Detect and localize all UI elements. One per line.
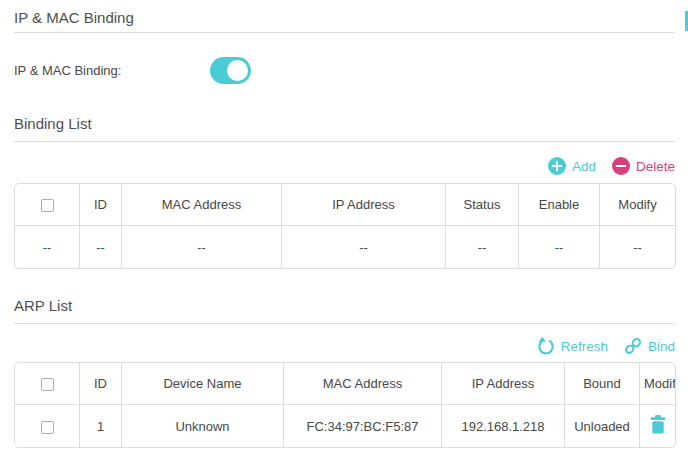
delete-label: Delete: [636, 159, 675, 174]
cell-id: 1: [79, 405, 121, 447]
row-checkbox[interactable]: [41, 421, 54, 434]
cell-ip-address: 192.168.1.218: [441, 405, 564, 447]
add-label: Add: [572, 159, 596, 174]
header-checkbox-cell: [15, 363, 79, 405]
cell-bound: Unloaded: [564, 405, 639, 447]
empty-cell: --: [121, 226, 281, 268]
delete-button[interactable]: Delete: [612, 157, 675, 175]
binding-toggle-row: IP & MAC Binding:: [14, 57, 675, 84]
binding-list-table: ID MAC Address IP Address Status Enable …: [14, 183, 676, 269]
column-header-mac: MAC Address: [121, 184, 281, 226]
plus-circle-icon: [548, 157, 566, 175]
empty-cell: --: [15, 226, 79, 268]
link-icon: [624, 337, 642, 355]
refresh-button[interactable]: Refresh: [537, 337, 608, 355]
column-header-bound: Bound: [564, 363, 639, 405]
refresh-icon: [537, 337, 555, 355]
arp-list-table: ID Device Name MAC Address IP Address Bo…: [14, 362, 676, 448]
trash-icon: [650, 415, 666, 434]
bind-button[interactable]: Bind: [624, 337, 675, 355]
ip-mac-binding-page: IP & MAC Binding IP & MAC Binding: Bindi…: [0, 0, 688, 468]
arp-list-header-row: ID Device Name MAC Address IP Address Bo…: [15, 363, 675, 405]
arp-list-row: 1 Unknown FC:34:97:BC:F5:87 192.168.1.21…: [15, 405, 675, 447]
column-header-id: ID: [79, 363, 121, 405]
empty-cell: --: [281, 226, 445, 268]
binding-list-actions: Add Delete: [14, 157, 675, 175]
column-header-status: Status: [445, 184, 518, 226]
binding-list-title: Binding List: [14, 115, 675, 142]
binding-list-header-row: ID MAC Address IP Address Status Enable …: [15, 184, 675, 226]
page-title: IP & MAC Binding: [14, 0, 675, 33]
minus-circle-icon: [612, 157, 630, 175]
cell-modify: [639, 405, 675, 447]
row-checkbox-cell: [15, 405, 79, 447]
arp-list-title: ARP List: [14, 297, 675, 324]
cell-mac-address: FC:34:97:BC:F5:87: [283, 405, 441, 447]
empty-cell: --: [445, 226, 518, 268]
column-header-modify: Modify: [639, 363, 675, 405]
column-header-device-name: Device Name: [121, 363, 283, 405]
column-header-enable: Enable: [518, 184, 599, 226]
column-header-ip: IP Address: [281, 184, 445, 226]
column-header-ip: IP Address: [441, 363, 564, 405]
select-all-checkbox[interactable]: [41, 378, 54, 391]
delete-row-button[interactable]: [650, 415, 666, 434]
binding-list-empty-row: -- -- -- -- -- -- --: [15, 226, 675, 268]
bind-label: Bind: [648, 339, 675, 354]
binding-toggle-switch[interactable]: [210, 57, 251, 84]
select-all-checkbox[interactable]: [41, 199, 54, 212]
toggle-knob: [227, 60, 248, 81]
binding-toggle-label: IP & MAC Binding:: [14, 63, 210, 78]
column-header-modify: Modify: [599, 184, 675, 226]
arp-list-actions: Refresh Bind: [14, 337, 675, 355]
refresh-label: Refresh: [561, 339, 608, 354]
add-button[interactable]: Add: [548, 157, 596, 175]
cell-device-name: Unknown: [121, 405, 283, 447]
header-checkbox-cell: [15, 184, 79, 226]
column-header-mac: MAC Address: [283, 363, 441, 405]
column-header-id: ID: [79, 184, 121, 226]
empty-cell: --: [599, 226, 675, 268]
empty-cell: --: [518, 226, 599, 268]
empty-cell: --: [79, 226, 121, 268]
